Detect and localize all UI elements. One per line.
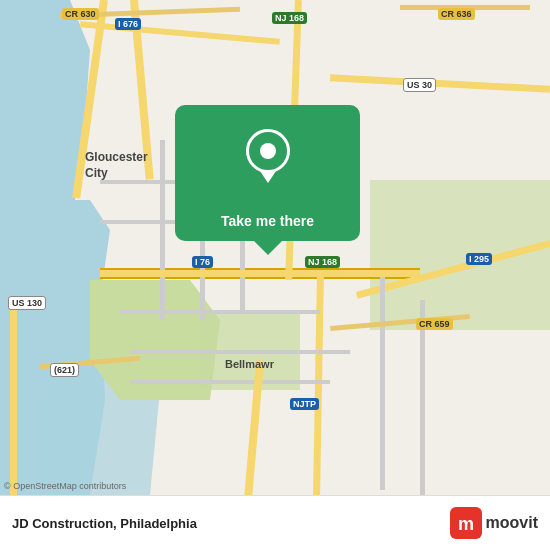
shield-cr636: CR 636	[438, 8, 475, 20]
map-attribution: © OpenStreetMap contributors	[4, 481, 126, 491]
shield-i295: I 295	[466, 253, 492, 265]
popup-card[interactable]: Take me there	[175, 105, 360, 241]
road-gray-6	[120, 310, 320, 314]
shield-us130: US 130	[8, 296, 46, 310]
road-us130	[10, 300, 17, 495]
shield-nj168-mid: NJ 168	[305, 256, 340, 268]
shield-us30: US 30	[403, 78, 436, 92]
shield-621: (621)	[50, 363, 79, 377]
location-pin	[246, 129, 290, 181]
take-me-there-button[interactable]: Take me there	[175, 205, 360, 241]
moovit-logo: m moovit	[450, 507, 538, 539]
road-gray-1	[160, 140, 165, 320]
page-title: JD Construction, Philadelphia	[12, 516, 450, 531]
svg-text:m: m	[458, 514, 474, 534]
pin-circle	[246, 129, 290, 173]
pin-tail	[260, 171, 276, 183]
label-bellmawr: Bellmawr	[225, 358, 274, 370]
shield-i676: I 676	[115, 18, 141, 30]
green-area-2	[370, 180, 550, 330]
bottom-bar: JD Construction, Philadelphia m moovit	[0, 495, 550, 550]
pin-dot	[260, 143, 276, 159]
moovit-text: moovit	[486, 514, 538, 532]
road-gray-8	[130, 380, 330, 384]
popup-pin-area	[175, 105, 360, 205]
road-gray-9	[380, 270, 385, 490]
shield-nj168-top: NJ 168	[272, 12, 307, 24]
shield-i76: I 76	[192, 256, 213, 268]
road-gray-7	[130, 350, 350, 354]
shield-njtp: NJTP	[290, 398, 319, 410]
map-container[interactable]: I 676 NJ 168 CR 636 US 30 I 76 NJ 168 I …	[0, 0, 550, 495]
shield-cr630: CR 630	[62, 8, 99, 20]
moovit-icon: m	[450, 507, 482, 539]
road-76-fill	[100, 270, 420, 277]
shield-cr659: CR 659	[416, 318, 453, 330]
label-gloucester: GloucesterCity	[85, 150, 148, 181]
